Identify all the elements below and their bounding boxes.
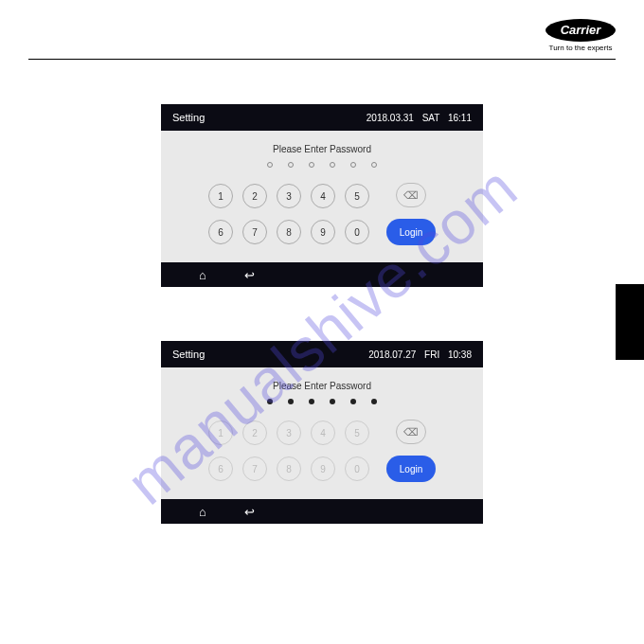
login-button[interactable]: Login <box>386 456 436 482</box>
key-1[interactable]: 1 <box>208 184 233 208</box>
screenshot-panel-1: Setting 2018.03.31 SAT 16:11 Please Ente… <box>161 104 483 287</box>
key-2[interactable]: 2 <box>242 184 267 208</box>
key-1[interactable]: 1 <box>208 420 233 445</box>
brand-tagline: Turn to the experts <box>546 44 616 52</box>
numeric-keypad: 1 2 3 4 5 6 7 8 9 0 <box>208 184 369 244</box>
login-button[interactable]: Login <box>386 219 436 245</box>
key-5[interactable]: 5 <box>345 420 369 445</box>
carrier-logo: Carrier <box>546 19 616 42</box>
key-8[interactable]: 8 <box>277 220 301 244</box>
datetime-display: 2018.03.31 SAT 16:11 <box>361 113 472 123</box>
screen-title: Setting <box>172 112 205 123</box>
key-9[interactable]: 9 <box>311 456 335 481</box>
password-prompt: Please Enter Password <box>172 144 472 154</box>
delete-button[interactable]: ⌫ <box>396 420 426 444</box>
key-7[interactable]: 7 <box>242 456 267 481</box>
bottom-nav: ⌂ ↩ <box>161 262 483 287</box>
key-2[interactable]: 2 <box>242 420 267 445</box>
bottom-nav: ⌂ ↩ <box>161 499 483 524</box>
home-icon[interactable]: ⌂ <box>199 505 206 519</box>
key-9[interactable]: 9 <box>311 220 335 244</box>
key-4[interactable]: 4 <box>311 420 335 445</box>
delete-button[interactable]: ⌫ <box>396 183 426 207</box>
password-dots <box>172 399 472 404</box>
password-dots <box>172 162 472 168</box>
key-0[interactable]: 0 <box>345 456 369 481</box>
key-3[interactable]: 3 <box>277 420 301 445</box>
title-bar: Setting 2018.03.31 SAT 16:11 <box>161 104 483 131</box>
header-divider <box>28 59 616 60</box>
screenshot-panel-2: Setting 2018.07.27 FRI 10:38 Please Ente… <box>161 341 483 524</box>
key-0[interactable]: 0 <box>345 220 369 244</box>
key-6[interactable]: 6 <box>208 456 233 481</box>
key-5[interactable]: 5 <box>345 184 369 208</box>
key-8[interactable]: 8 <box>277 456 301 481</box>
page-side-tab <box>616 284 644 360</box>
brand-header: Carrier Turn to the experts <box>546 19 616 52</box>
home-icon[interactable]: ⌂ <box>199 268 206 282</box>
key-7[interactable]: 7 <box>242 220 267 244</box>
datetime-display: 2018.07.27 FRI 10:38 <box>363 349 472 360</box>
password-prompt: Please Enter Password <box>172 381 472 391</box>
numeric-keypad: 1 2 3 4 5 6 7 8 9 0 <box>208 420 369 481</box>
screen-title: Setting <box>172 349 205 360</box>
key-6[interactable]: 6 <box>208 220 233 244</box>
back-icon[interactable]: ↩ <box>244 505 255 519</box>
title-bar: Setting 2018.07.27 FRI 10:38 <box>161 341 483 367</box>
back-icon[interactable]: ↩ <box>244 268 255 282</box>
key-4[interactable]: 4 <box>311 184 335 208</box>
key-3[interactable]: 3 <box>277 184 301 208</box>
